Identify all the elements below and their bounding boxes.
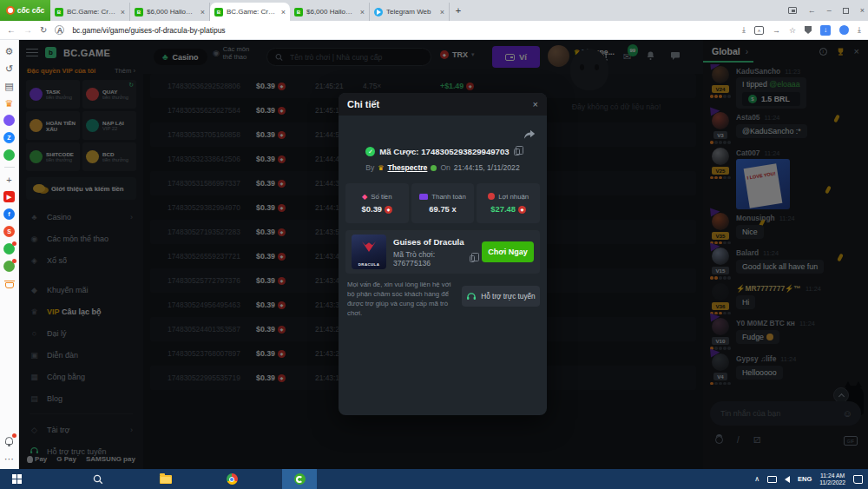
history-icon[interactable]: ↺: [3, 63, 15, 74]
notification-dot: [12, 433, 16, 438]
on-label: On: [440, 163, 450, 172]
translate-icon[interactable]: ᴀ: [754, 26, 764, 35]
modal-header: Chi tiết ×: [339, 93, 547, 116]
coccoc-logo-icon: [6, 6, 15, 15]
screen: cốc cốc BBC.Game: Crypto Casino Gan×B$6,…: [0, 0, 868, 489]
support-note-row: Mọi vấn đề, xin vui lòng liên hệ với bộ …: [347, 281, 540, 319]
session-restore-icon[interactable]: ←: [808, 6, 816, 15]
divider: [4, 167, 15, 168]
notification-bell-icon[interactable]: [3, 435, 15, 446]
shop-icon[interactable]: S: [3, 226, 15, 237]
copy-game-id-icon[interactable]: [470, 255, 475, 262]
url-text[interactable]: bc.game/vi/game/guises-of-dracula-by-pla…: [72, 26, 734, 35]
verified-icon: ✓: [365, 147, 375, 156]
chrome-button[interactable]: [219, 469, 245, 489]
settings-icon[interactable]: ⚙: [3, 45, 15, 56]
windows-taskbar: ∧ ENG 11:24 AM11/2/2022: [0, 469, 868, 489]
tab-close-icon[interactable]: ×: [121, 8, 125, 17]
trx-coin-icon: ◆: [385, 206, 392, 214]
add-icon[interactable]: +: [3, 174, 15, 185]
bet-datetime: 21:44:15, 1/11/2022: [454, 163, 520, 172]
tray-expand-icon[interactable]: ∧: [754, 475, 760, 483]
share-page-icon[interactable]: →: [773, 26, 780, 35]
clock[interactable]: 11:24 AM11/2/2022: [819, 472, 845, 486]
tab-close-icon[interactable]: ×: [201, 8, 205, 17]
taskbar-search-button[interactable]: [85, 469, 111, 489]
back-button[interactable]: ←: [7, 25, 16, 35]
browser-tab[interactable]: BBC.Game: Crypto Casino Gan×: [210, 3, 290, 21]
gem-icon: ◆: [362, 193, 367, 201]
coccoc-menu-button[interactable]: cốc cốc: [0, 0, 50, 21]
cart-icon[interactable]: [3, 278, 15, 289]
profile-avatar-icon[interactable]: [839, 25, 849, 35]
zalo-icon[interactable]: Z: [3, 132, 15, 143]
messenger-icon[interactable]: [3, 115, 15, 126]
frog-emoji-icon: [431, 165, 437, 171]
reading-list-icon[interactable]: ▤: [3, 80, 15, 91]
browser-tab[interactable]: BBC.Game: Crypto Casino Gan×: [50, 3, 130, 21]
pip-icon[interactable]: [788, 7, 797, 14]
maximize-button[interactable]: [843, 8, 849, 14]
farm-icon[interactable]: [3, 261, 15, 272]
language-indicator[interactable]: ENG: [798, 475, 812, 483]
tab-title: BC.Game: Crypto Casino Gan: [67, 8, 117, 16]
facebook-icon[interactable]: f: [3, 208, 15, 220]
network-icon[interactable]: [767, 476, 777, 483]
start-button[interactable]: [3, 469, 30, 489]
downloads-tray-icon[interactable]: ⤓: [858, 25, 861, 35]
telegram-favicon: [374, 8, 383, 17]
tab-title: Telegram Web: [386, 8, 437, 16]
copy-bet-id-icon[interactable]: [514, 149, 520, 155]
stat-label-row: Lợi nhuận: [488, 193, 529, 201]
action-center-icon[interactable]: [853, 475, 863, 484]
minimize-button[interactable]: –: [827, 6, 832, 15]
adblock-shield-icon[interactable]: [805, 26, 812, 34]
new-tab-button[interactable]: +: [450, 5, 467, 16]
reload-button[interactable]: ↻: [40, 25, 47, 35]
save-page-icon[interactable]: ⤓: [742, 25, 746, 35]
tab-close-icon[interactable]: ×: [281, 8, 286, 17]
live-support-button[interactable]: Hỗ trợ trực tuyến: [462, 286, 540, 307]
close-modal-button[interactable]: ×: [533, 99, 538, 109]
stat-label-row: ◆Số tiền: [362, 193, 391, 201]
bet-id-value: 1748305293829949703: [421, 147, 509, 156]
more-icon[interactable]: ⋯: [3, 453, 15, 464]
forward-button[interactable]: →: [23, 25, 32, 35]
bookmark-star-icon[interactable]: ☆: [789, 26, 796, 35]
stat-card: ◆Số tiền$0.39◆: [345, 183, 409, 223]
stat-label-row: Thanh toán: [419, 193, 465, 201]
downloader-icon[interactable]: ↓: [820, 25, 831, 36]
game-title: Guises of Dracula: [393, 237, 475, 247]
card-icon: [419, 194, 428, 200]
game-id-value: 376775136: [393, 259, 431, 268]
file-explorer-button[interactable]: [153, 469, 179, 489]
youtube-icon[interactable]: ▶: [3, 191, 15, 202]
speaker-icon[interactable]: [785, 476, 790, 483]
browser-tab[interactable]: Telegram Web×: [370, 3, 450, 21]
stat-card: Lợi nhuận$27.48◆: [477, 183, 540, 223]
play-now-button[interactable]: Chơi Ngay: [482, 241, 534, 262]
browser-tab[interactable]: B$6,000 Halloween Slot Battle×: [290, 3, 370, 21]
crown-rewards-icon[interactable]: ♛: [3, 97, 15, 109]
tab-close-icon[interactable]: ×: [360, 8, 365, 17]
close-window-button[interactable]: ×: [860, 6, 865, 15]
bet-details-modal: Chi tiết × ✓ Mã Cược: 174830529382994970…: [339, 93, 547, 415]
browser-tab[interactable]: B$6,000 Halloween Slot Battle×: [130, 3, 210, 21]
game-card: DRACULA Guises of Dracula Mã Trò chơi: 3…: [345, 230, 540, 274]
notification-dot: [12, 259, 16, 263]
player-link[interactable]: Thespectre: [388, 163, 428, 172]
coccoc-brand-label: cốc cốc: [17, 6, 45, 15]
stat-value: $27.48◆: [490, 204, 526, 215]
window-controls: ← – ×: [788, 0, 865, 21]
games-icon[interactable]: [3, 149, 15, 161]
site-info-icon[interactable]: A: [55, 25, 64, 35]
headset-icon: [466, 292, 477, 301]
gift-icon[interactable]: [3, 243, 15, 254]
browser-tabstrip: cốc cốc BBC.Game: Crypto Casino Gan×B$6,…: [0, 0, 868, 21]
stat-label: Số tiền: [371, 193, 391, 201]
trx-coin-icon: ◆: [518, 206, 526, 214]
coccoc-taskbar-button[interactable]: [282, 469, 317, 489]
tab-close-icon[interactable]: ×: [440, 8, 444, 17]
game-thumbnail[interactable]: DRACULA: [352, 235, 386, 269]
share-icon[interactable]: [523, 128, 536, 143]
